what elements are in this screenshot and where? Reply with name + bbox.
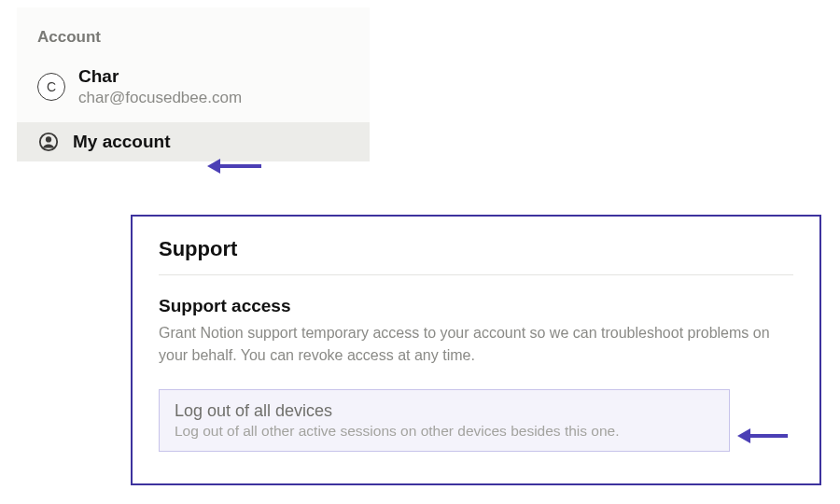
avatar: C bbox=[37, 73, 65, 101]
account-section-label: Account bbox=[17, 21, 370, 63]
arrow-left-icon bbox=[737, 428, 750, 443]
logout-all-devices[interactable]: Log out of all devices Log out of all ot… bbox=[159, 389, 730, 452]
profile-email: char@focusedbee.com bbox=[78, 88, 242, 107]
annotation-arrow-logout bbox=[737, 428, 788, 443]
arrow-shaft bbox=[220, 164, 261, 168]
svg-point-1 bbox=[46, 136, 51, 142]
person-icon bbox=[37, 131, 60, 153]
arrow-shaft bbox=[750, 434, 788, 438]
account-sidebar: Account C Char char@focusedbee.com My ac… bbox=[17, 7, 370, 161]
logout-all-devices-title: Log out of all devices bbox=[175, 401, 714, 421]
arrow-left-icon bbox=[207, 159, 220, 174]
support-panel: Support Support access Grant Notion supp… bbox=[131, 215, 821, 485]
support-access-heading: Support access bbox=[159, 296, 793, 316]
profile-texts: Char char@focusedbee.com bbox=[78, 65, 242, 107]
profile-row: C Char char@focusedbee.com bbox=[17, 63, 370, 122]
sidebar-item-my-account[interactable]: My account bbox=[17, 122, 370, 161]
annotation-arrow-my-account bbox=[207, 159, 261, 174]
divider bbox=[159, 274, 793, 275]
profile-name: Char bbox=[78, 65, 242, 88]
support-title: Support bbox=[159, 237, 793, 274]
support-access-description: Grant Notion support temporary access to… bbox=[159, 322, 793, 367]
logout-all-devices-description: Log out of all other active sessions on … bbox=[175, 423, 714, 440]
sidebar-item-label: My account bbox=[73, 132, 171, 152]
